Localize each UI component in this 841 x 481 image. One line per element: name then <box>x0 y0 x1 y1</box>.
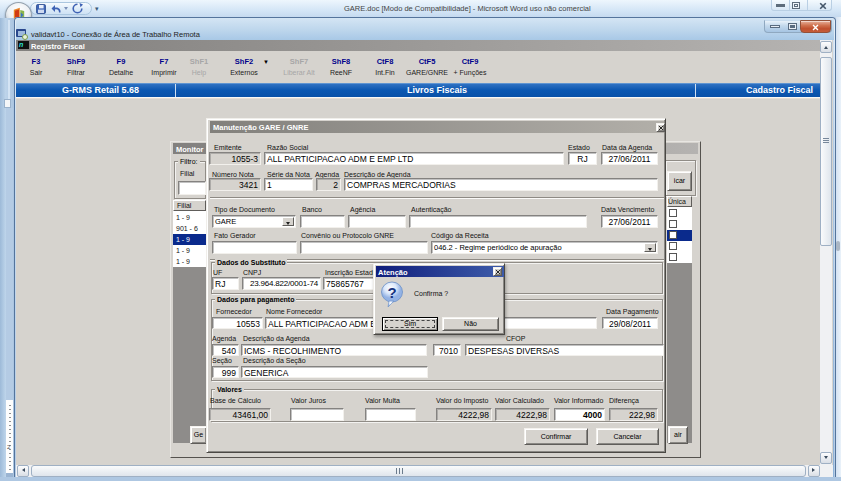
svg-text:?: ? <box>387 284 396 301</box>
